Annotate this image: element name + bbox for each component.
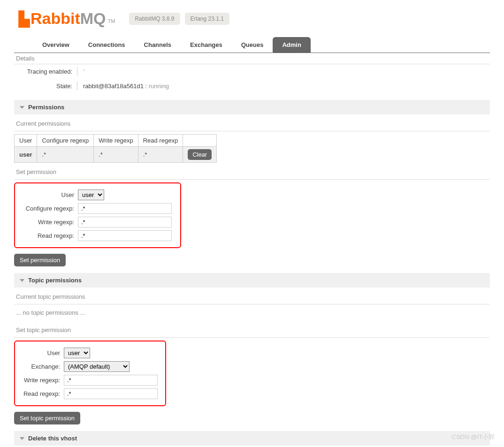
- set-topic-permission-button[interactable]: Set topic permission: [14, 412, 80, 424]
- topic-user-select[interactable]: user: [64, 348, 90, 358]
- logo-tm: TM: [108, 18, 115, 24]
- rabbit-icon: ▙: [19, 11, 30, 27]
- topic-read-label: Read regexp:: [17, 390, 64, 397]
- set-topic-permission-label: Set topic permission: [14, 321, 490, 338]
- perm-write-input[interactable]: [78, 217, 172, 227]
- topic-exchange-select[interactable]: (AMQP default): [64, 361, 130, 372]
- no-topic-permissions: ... no topic permissions ...: [14, 304, 490, 321]
- topic-write-input[interactable]: [64, 375, 158, 386]
- delete-vhost-header-text: Delete this vhost: [28, 435, 77, 442]
- cell-user: user: [15, 147, 37, 163]
- tracing-value: ○: [77, 67, 85, 72]
- table-header-row: User Configure regexp Write regexp Read …: [15, 135, 217, 147]
- detail-state: State: rabbit@83af18a561d1 : running: [14, 79, 490, 93]
- col-write: Write regexp: [94, 135, 138, 147]
- table-row: user .* .* .* Clear: [15, 147, 217, 163]
- set-permission-button[interactable]: Set permission: [14, 254, 66, 266]
- perm-read-input[interactable]: [78, 230, 172, 241]
- chevron-down-icon: [20, 279, 24, 282]
- topic-permissions-header-text: Topic permissions: [28, 277, 82, 284]
- header: ▙ RabbitMQ TM RabbitMQ 3.8.9 Erlang 23.1…: [0, 0, 504, 32]
- set-permission-form-highlight: User user Configure regexp: Write regexp…: [14, 182, 181, 248]
- perm-configure-input[interactable]: [78, 203, 172, 214]
- perm-user-select[interactable]: user: [78, 189, 104, 200]
- tab-queues[interactable]: Queues: [232, 37, 273, 53]
- perm-user-label: User: [17, 191, 78, 198]
- tabs: Overview Connections Channels Exchanges …: [14, 32, 490, 53]
- tracing-label: Tracing enabled:: [14, 67, 77, 76]
- col-read: Read regexp: [138, 135, 183, 147]
- logo-text-mq: MQ: [80, 9, 106, 28]
- details-title: Details: [14, 53, 490, 64]
- permissions-table: User Configure regexp Write regexp Read …: [14, 134, 217, 163]
- cell-configure: .*: [37, 147, 94, 163]
- tab-exchanges[interactable]: Exchanges: [181, 37, 232, 53]
- set-permission-label: Set permission: [14, 163, 490, 180]
- perm-write-label: Write regexp:: [17, 219, 78, 226]
- logo-text-rabbit: Rabbit: [31, 9, 80, 28]
- cell-action: Clear: [183, 147, 217, 163]
- delete-vhost-header[interactable]: Delete this vhost: [14, 431, 490, 446]
- state-value: rabbit@83af18a561d1 : running: [77, 82, 169, 90]
- state-node: rabbit@83af18a561d1 :: [83, 83, 147, 90]
- version-badge: RabbitMQ 3.8.9: [129, 13, 180, 25]
- state-status: running: [149, 83, 169, 90]
- logo[interactable]: ▙ RabbitMQ TM: [19, 9, 115, 28]
- cell-write: .*: [94, 147, 138, 163]
- tab-channels[interactable]: Channels: [135, 37, 181, 53]
- topic-user-label: User: [17, 349, 64, 356]
- clear-button[interactable]: Clear: [188, 149, 212, 160]
- cell-read: .*: [138, 147, 183, 163]
- topic-permissions-header[interactable]: Topic permissions: [14, 273, 490, 288]
- set-topic-permission-form-highlight: User user Exchange: (AMQP default) Write…: [14, 341, 166, 406]
- perm-configure-label: Configure regexp:: [17, 205, 78, 212]
- permissions-header-text: Permissions: [28, 104, 64, 111]
- permissions-header[interactable]: Permissions: [14, 100, 490, 114]
- perm-read-label: Read regexp:: [17, 232, 78, 239]
- tab-overview[interactable]: Overview: [33, 37, 79, 53]
- chevron-down-icon: [20, 106, 24, 109]
- erlang-badge: Erlang 23.1.1: [185, 13, 229, 25]
- topic-write-label: Write regexp:: [17, 377, 64, 384]
- topic-read-input[interactable]: [64, 388, 158, 399]
- watermark: CSDN @IT小郭: [452, 433, 495, 441]
- col-configure: Configure regexp: [37, 135, 94, 147]
- chevron-down-icon: [20, 437, 24, 440]
- tab-connections[interactable]: Connections: [79, 37, 135, 53]
- tab-admin[interactable]: Admin: [273, 37, 310, 53]
- topic-exchange-label: Exchange:: [17, 363, 64, 370]
- current-permissions-label: Current permissions: [14, 114, 490, 131]
- detail-tracing: Tracing enabled: ○: [14, 64, 490, 79]
- current-topic-permissions-label: Current topic permissions: [14, 288, 490, 304]
- col-action: [183, 135, 217, 147]
- state-label: State:: [14, 82, 77, 91]
- col-user: User: [15, 135, 37, 147]
